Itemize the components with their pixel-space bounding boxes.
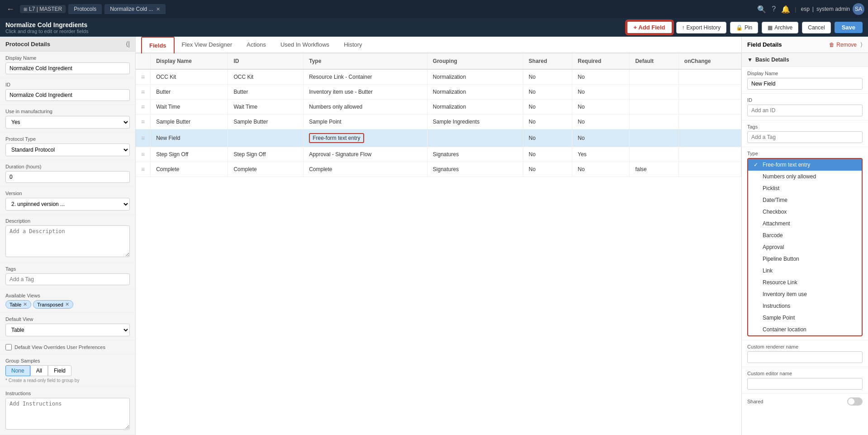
instructions-textarea[interactable] <box>5 398 130 430</box>
archive-button[interactable]: ▦ Archive <box>762 22 798 33</box>
tab-history[interactable]: History <box>337 37 369 53</box>
table-row[interactable]: ≡ Complete Complete Complete Signatures … <box>136 162 741 177</box>
type-option-sample-point[interactable]: Sample Point <box>748 312 862 324</box>
add-field-button[interactable]: + Add Field <box>626 21 673 34</box>
field-details-title: Field Details <box>747 41 782 48</box>
custom-editor-input[interactable] <box>747 378 863 390</box>
chip-table: Table ✕ <box>5 300 31 309</box>
type-option-instructions[interactable]: Instructions <box>748 300 862 312</box>
display-name-input[interactable] <box>5 62 130 74</box>
type-option-pipeline-button[interactable]: Pipeline Button <box>748 253 862 265</box>
type-option-numbers[interactable]: Numbers only allowed <box>748 171 862 182</box>
tab-actions[interactable]: Actions <box>239 37 273 53</box>
cell-id: Complete <box>228 162 304 177</box>
cell-display-name: Step Sign Off <box>151 147 228 162</box>
pin-icon: 🔒 <box>736 24 743 31</box>
table-row[interactable]: ≡ Wait Time Wait Time Numbers only allow… <box>136 100 741 115</box>
type-option-inventory-item[interactable]: Inventory item use <box>748 288 862 300</box>
right-id-input[interactable] <box>747 105 863 116</box>
right-tags-label: Tags <box>747 124 863 129</box>
id-input[interactable] <box>5 89 130 101</box>
type-option-attachment[interactable]: Attachment <box>748 218 862 229</box>
cancel-label: Cancel <box>808 24 825 31</box>
tags-input[interactable] <box>5 273 130 285</box>
table-row[interactable]: ≡ OCC Kit OCC Kit Resource Link - Contai… <box>136 69 741 85</box>
export-history-button[interactable]: ↑ Export History <box>676 22 726 33</box>
description-textarea[interactable] <box>5 225 130 257</box>
type-option-freeform[interactable]: ✓ Free-form text entry <box>748 159 862 171</box>
type-option-approval-label: Approval <box>763 244 784 250</box>
help-icon[interactable]: ? <box>772 5 776 13</box>
type-option-approval[interactable]: Approval <box>748 241 862 253</box>
table-row-selected[interactable]: ≡ New Field Free-form text entry No No <box>136 129 741 147</box>
group-samples-all-button[interactable]: All <box>30 365 48 376</box>
type-option-picklist[interactable]: Picklist <box>748 182 862 194</box>
tab-used-in-workflows[interactable]: Used In Workflows <box>273 37 337 53</box>
pin-button[interactable]: 🔒 Pin <box>730 22 758 33</box>
chip-table-remove[interactable]: ✕ <box>23 301 27 307</box>
custom-renderer-input[interactable] <box>747 351 863 363</box>
version-group: Version 2. unpinned version ... <box>0 187 135 215</box>
back-button[interactable]: ← <box>4 5 17 14</box>
nav-divider: | <box>795 6 796 13</box>
id-label: ID <box>5 82 130 87</box>
col-grouping: Grouping <box>427 53 523 69</box>
search-icon[interactable]: 🔍 <box>757 5 766 14</box>
cell-type: Sample Point <box>304 115 427 129</box>
group-samples-hint: * Create a read-only field to group by <box>5 378 130 383</box>
type-option-datetime[interactable]: Date/Time <box>748 194 862 206</box>
table-row[interactable]: ≡ Butter Butter Inventory item use - But… <box>136 85 741 100</box>
type-option-checkbox[interactable]: Checkbox <box>748 206 862 218</box>
col-required: Required <box>572 53 630 69</box>
default-view-select[interactable]: Table Transposed <box>5 324 130 336</box>
collapse-panel-button[interactable]: ⟨| <box>126 40 130 48</box>
expand-panel-icon[interactable]: ⟩ <box>860 41 863 48</box>
drag-handle-icon: ≡ <box>141 73 145 81</box>
cell-id <box>228 129 304 147</box>
type-option-checkbox-label: Checkbox <box>763 209 787 215</box>
duration-input[interactable] <box>5 171 130 183</box>
use-in-manufacturing-select[interactable]: Yes No <box>5 116 130 129</box>
type-option-resource-link[interactable]: Resource Link <box>748 277 862 288</box>
version-select[interactable]: 2. unpinned version ... <box>5 198 130 210</box>
cell-shared: No <box>523 147 572 162</box>
tab-fields[interactable]: Fields <box>141 37 175 53</box>
cancel-button[interactable]: Cancel <box>802 22 830 33</box>
chip-transposed-remove[interactable]: ✕ <box>65 301 69 307</box>
group-samples-field-button[interactable]: Field <box>48 365 71 376</box>
type-option-link[interactable]: Link <box>748 265 862 277</box>
type-option-barcode[interactable]: Barcode <box>748 229 862 241</box>
available-views-chips: Table ✕ Transposed ✕ <box>5 300 130 309</box>
close-tab-icon[interactable]: ✕ <box>156 6 160 12</box>
save-button[interactable]: Save <box>835 22 863 33</box>
type-option-container-location[interactable]: Container location <box>748 324 862 335</box>
collapse-section-icon[interactable]: ▼ <box>747 57 753 63</box>
cell-id: Wait Time <box>228 100 304 115</box>
cell-display-name: OCC Kit <box>151 69 228 85</box>
group-samples-none-button[interactable]: None <box>5 365 30 376</box>
remove-button[interactable]: 🗑 Remove <box>829 42 857 48</box>
shared-toggle[interactable] <box>847 397 863 406</box>
protocols-tab[interactable]: Protocols <box>68 4 102 14</box>
right-tags-input[interactable] <box>747 131 863 143</box>
default-view-override-checkbox[interactable] <box>5 344 12 350</box>
notification-icon[interactable]: 🔔 <box>781 5 790 14</box>
cell-type: Approval - Signature Flow <box>304 147 427 162</box>
type-option-inventory-item-label: Inventory item use <box>763 291 807 297</box>
cell-onchange <box>678 100 741 115</box>
tags-label: Tags <box>5 266 130 272</box>
tab-flex-view-designer[interactable]: Flex View Designer <box>175 37 240 53</box>
default-view-label: Default View <box>5 316 130 322</box>
right-display-name-input[interactable] <box>747 78 863 90</box>
group-samples-group: Group Samples None All Field * Create a … <box>0 354 135 387</box>
col-default: Default <box>630 53 678 69</box>
normalize-tab[interactable]: Normalize Cold ... ✕ <box>104 4 165 14</box>
table-row[interactable]: ≡ Step Sign Off Step Sign Off Approval -… <box>136 147 741 162</box>
chip-table-label: Table <box>9 302 21 307</box>
group-samples-buttons: None All Field <box>5 365 130 376</box>
table-row[interactable]: ≡ Sample Butter Sample Butter Sample Poi… <box>136 115 741 129</box>
left-panel: Protocol Details ⟨| Display Name ID Use … <box>0 37 136 435</box>
protocol-type-select[interactable]: Standard Protocol <box>5 143 130 156</box>
tab-bar: Fields Flex View Designer Actions Used I… <box>136 37 741 53</box>
right-id-group: ID <box>742 94 868 120</box>
